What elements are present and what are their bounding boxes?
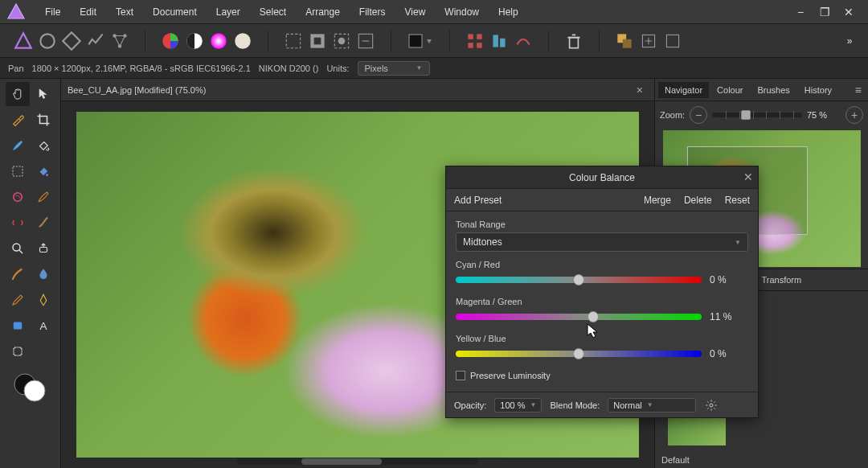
split-circle-icon[interactable]	[184, 31, 205, 51]
transform-icon[interactable]	[513, 31, 534, 51]
chromatic-wheel-icon[interactable]	[208, 31, 229, 51]
add-preset-button[interactable]: Add Preset	[454, 195, 502, 206]
yellow-blue-label: Yellow / Blue	[456, 334, 748, 343]
history-tab[interactable]: History	[798, 82, 838, 98]
add-layer-icon[interactable]	[638, 31, 659, 51]
menu-document[interactable]: Document	[143, 3, 207, 21]
marquee-tool-icon[interactable]	[6, 159, 30, 183]
magenta-green-value[interactable]: 11 %	[710, 311, 748, 322]
opacity-select[interactable]: 100 % ▼	[494, 398, 542, 413]
yellow-blue-value[interactable]: 0 %	[710, 348, 748, 359]
brushes-tab[interactable]: Brushes	[751, 82, 796, 98]
menu-help[interactable]: Help	[489, 3, 528, 21]
panel-close-icon[interactable]: ✕	[743, 170, 753, 183]
colour-picker-tool-icon[interactable]	[6, 108, 30, 132]
navigator-tab[interactable]: Navigator	[658, 82, 709, 98]
reset-button[interactable]: Reset	[725, 195, 750, 206]
svg-point-32	[13, 193, 22, 202]
grid-arrange-icon[interactable]	[465, 31, 485, 51]
align-icon[interactable]	[489, 31, 510, 51]
chevron-down-icon: ▼	[647, 401, 653, 408]
menu-file[interactable]: File	[35, 3, 70, 21]
zoom-in-button[interactable]: +	[845, 106, 863, 124]
layer-options-icon[interactable]	[662, 31, 683, 51]
blend-mode-select[interactable]: Normal ▼	[608, 398, 696, 413]
menu-window[interactable]: Window	[435, 3, 489, 21]
clone-tool-icon[interactable]	[31, 236, 55, 261]
blur-tool-icon[interactable]	[31, 262, 55, 286]
menu-layer[interactable]: Layer	[207, 3, 250, 21]
horizontal-scrollbar[interactable]	[237, 458, 478, 465]
zoom-tool-icon[interactable]	[6, 236, 30, 261]
quick-mask-icon[interactable]	[331, 31, 352, 51]
colour-balance-titlebar[interactable]: Colour Balance ✕	[446, 166, 758, 189]
mesh-warp-tool-icon[interactable]	[6, 339, 30, 363]
menu-text[interactable]: Text	[106, 3, 143, 21]
selection-brush-tool-icon[interactable]	[31, 185, 55, 209]
tone-map-persona-icon[interactable]	[85, 31, 106, 51]
delete-button[interactable]: Delete	[684, 195, 712, 206]
pen-tool-icon[interactable]	[31, 288, 55, 312]
refine-selection-icon[interactable]	[355, 31, 376, 51]
export-persona-icon[interactable]	[109, 31, 130, 51]
flood-fill-tool-icon[interactable]	[31, 133, 55, 158]
crop-tool-icon[interactable]	[31, 108, 55, 132]
window-maximize-button[interactable]: ❐	[818, 6, 831, 18]
panel-options-icon[interactable]: ≡	[852, 84, 865, 96]
colour-tab[interactable]: Colour	[710, 82, 749, 98]
cyan-red-knob[interactable]	[573, 274, 584, 285]
liquify-persona-icon[interactable]	[37, 31, 58, 51]
paint-brush-tool-icon[interactable]	[6, 133, 30, 158]
magenta-green-knob[interactable]	[588, 311, 599, 322]
menu-arrange[interactable]: Arrange	[296, 3, 350, 21]
menu-view[interactable]: View	[395, 3, 436, 21]
colour-wheel-icon[interactable]	[160, 31, 181, 51]
menu-filters[interactable]: Filters	[350, 3, 395, 21]
dodge-tool-icon[interactable]	[6, 262, 30, 286]
window-minimize-button[interactable]: −	[794, 6, 807, 18]
solid-circle-icon[interactable]	[232, 31, 253, 51]
fill-swatch-icon[interactable]	[406, 31, 435, 51]
trash-icon[interactable]	[563, 31, 584, 51]
cyan-red-slider[interactable]	[456, 277, 702, 283]
hand-tool-icon[interactable]	[6, 82, 30, 106]
foreground-background-colour[interactable]	[2, 372, 59, 404]
rectangle-tool-icon[interactable]	[6, 314, 30, 338]
units-select-value: Pixels	[365, 64, 388, 73]
document-tab-close-icon[interactable]: ×	[637, 84, 643, 96]
menu-edit[interactable]: Edit	[70, 3, 106, 21]
yellow-blue-slider[interactable]	[456, 351, 702, 357]
svg-point-39	[710, 404, 713, 407]
checkbox-icon[interactable]	[456, 371, 465, 380]
svg-point-31	[46, 174, 48, 176]
sponge-tool-icon[interactable]	[6, 185, 30, 209]
photo-persona-icon[interactable]	[13, 31, 34, 51]
magenta-green-slider[interactable]	[456, 314, 702, 320]
document-tab[interactable]: Bee_CU_AA.jpg [Modified] (75.0%)	[68, 85, 206, 95]
window-close-button[interactable]: ✕	[842, 6, 855, 18]
zoom-out-button[interactable]: −	[690, 106, 707, 124]
move-tool-icon[interactable]	[31, 82, 55, 106]
gear-icon[interactable]	[704, 398, 719, 413]
pencil-tool-icon[interactable]	[6, 288, 30, 312]
transform-tab[interactable]: Transform	[755, 272, 808, 288]
stack-layers-icon[interactable]	[614, 31, 635, 51]
preserve-luminosity-checkbox[interactable]: Preserve Luminosity	[456, 371, 748, 380]
menu-select[interactable]: Select	[250, 3, 296, 21]
units-select[interactable]: Pixels ▼	[358, 61, 430, 76]
merge-button[interactable]: Merge	[644, 195, 671, 206]
red-eye-tool-icon[interactable]	[6, 211, 30, 235]
toolbar-overflow-icon[interactable]: »	[839, 31, 860, 51]
text-tool-icon[interactable]: A	[31, 314, 55, 338]
yellow-blue-knob[interactable]	[573, 348, 584, 359]
gradient-tool-icon[interactable]	[31, 159, 55, 183]
selection-marquee-icon[interactable]	[283, 31, 304, 51]
zoom-slider[interactable]	[712, 113, 802, 117]
cyan-red-value[interactable]: 0 %	[710, 274, 748, 285]
smudge-tool-icon[interactable]	[31, 211, 55, 235]
colour-balance-panel[interactable]: Colour Balance ✕ Add Preset Merge Delete…	[445, 166, 759, 418]
develop-persona-icon[interactable]	[61, 31, 82, 51]
selection-invert-icon[interactable]	[307, 31, 328, 51]
svg-marker-1	[15, 33, 31, 47]
tonal-range-select[interactable]: Midtones ▼	[456, 232, 748, 252]
